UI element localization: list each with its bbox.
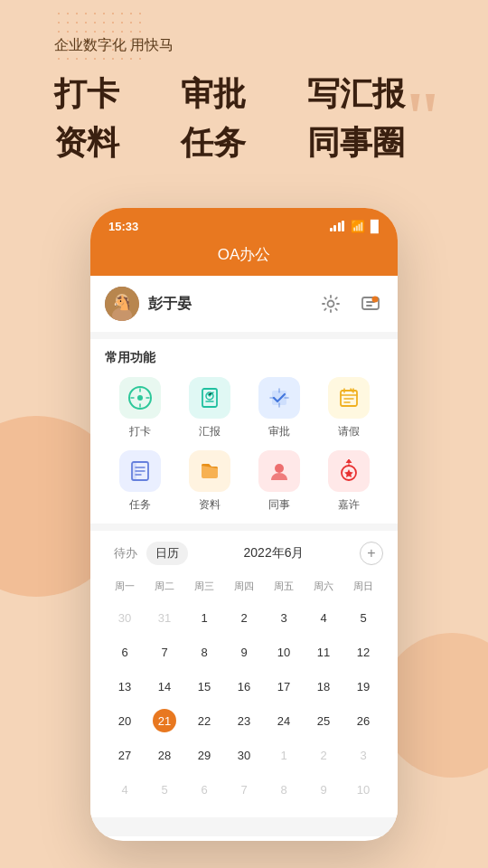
func-tongshi[interactable]: 同事 <box>244 450 314 513</box>
calendar-days: 3031123456789101112131415161718192021222… <box>105 600 383 807</box>
calendar-day-2[interactable]: 1 <box>184 600 224 635</box>
calendar-day-27[interactable]: 26 <box>343 703 383 738</box>
hero-item-4: 任务 <box>181 120 307 165</box>
calendar-day-39[interactable]: 8 <box>264 772 304 807</box>
calendar-day-17[interactable]: 16 <box>224 669 264 703</box>
calendar-day-16[interactable]: 15 <box>184 669 224 703</box>
calendar-day-33[interactable]: 2 <box>304 738 343 772</box>
functions-section: 常用功能 打卡 <box>90 339 398 524</box>
calendar-day-24[interactable]: 23 <box>224 703 264 738</box>
ziliao-icon <box>189 450 230 492</box>
calendar-day-4[interactable]: 3 <box>264 600 304 635</box>
weekday-mon: 周一 <box>105 576 145 597</box>
svg-point-6 <box>372 297 379 303</box>
message-icon[interactable] <box>358 291 383 316</box>
func-qingjia[interactable]: 请假 <box>314 377 383 439</box>
calendar-day-7[interactable]: 6 <box>105 635 145 669</box>
calendar-day-26[interactable]: 25 <box>304 703 343 738</box>
weekday-wed: 周三 <box>184 576 224 597</box>
calendar-day-8[interactable]: 7 <box>145 635 184 669</box>
nav-title: OA办公 <box>218 246 271 263</box>
calendar-day-14[interactable]: 13 <box>105 669 145 703</box>
calendar-day-6[interactable]: 5 <box>343 600 383 635</box>
weekday-tue: 周二 <box>145 576 184 597</box>
calendar-day-1[interactable]: 31 <box>145 600 184 635</box>
weekday-sun: 周日 <box>343 576 383 597</box>
status-time: 15:33 <box>108 220 138 233</box>
huibao-icon <box>189 377 230 419</box>
calendar-day-5[interactable]: 4 <box>304 600 343 635</box>
func-renwu[interactable]: 任务 <box>105 450 174 513</box>
calendar-day-3[interactable]: 2 <box>224 600 264 635</box>
calendar-day-18[interactable]: 17 <box>264 669 304 703</box>
calendar-day-20[interactable]: 19 <box>343 669 383 703</box>
svg-rect-9 <box>202 389 217 407</box>
calendar-day-0[interactable]: 30 <box>105 600 145 635</box>
calendar-day-38[interactable]: 7 <box>224 772 264 807</box>
tongshi-icon <box>258 450 300 492</box>
renwu-icon <box>119 450 161 492</box>
calendar-day-12[interactable]: 11 <box>304 635 343 669</box>
svg-rect-14 <box>132 462 136 480</box>
wifi-icon: 📶 <box>351 220 365 233</box>
calendar-day-41[interactable]: 10 <box>343 772 383 807</box>
hero-section: 企业数字化 用快马 打卡 审批 写汇报 资料 任务 同事圈 <box>0 0 488 184</box>
calendar-day-34[interactable]: 3 <box>343 738 383 772</box>
calendar-day-31[interactable]: 30 <box>224 738 264 772</box>
phone-mockup: 15:33 📶 ▉ OA办公 <box>90 208 398 841</box>
user-name: 彭于晏 <box>148 295 192 314</box>
calendar-day-40[interactable]: 9 <box>304 772 343 807</box>
calendar-day-37[interactable]: 6 <box>184 772 224 807</box>
calendar-day-22[interactable]: 21 <box>145 703 184 738</box>
svg-point-8 <box>137 395 143 401</box>
weekday-sat: 周六 <box>304 576 343 597</box>
calendar-day-11[interactable]: 10 <box>264 635 304 669</box>
calendar-day-23[interactable]: 22 <box>184 703 224 738</box>
svg-point-15 <box>275 464 284 473</box>
calendar-day-28[interactable]: 27 <box>105 738 145 772</box>
jiaxu-label: 嘉许 <box>338 497 360 513</box>
calendar-day-35[interactable]: 4 <box>105 772 145 807</box>
shenpi-icon <box>258 377 300 419</box>
avatar: 🐴 <box>105 287 139 321</box>
calendar-month: 2022年6月 <box>188 545 360 561</box>
calendar-day-19[interactable]: 18 <box>304 669 343 703</box>
battery-icon: ▉ <box>371 220 380 233</box>
weekday-fri: 周五 <box>264 576 304 597</box>
hero-subtitle: 企业数字化 用快马 <box>54 36 434 55</box>
calendar-day-36[interactable]: 5 <box>145 772 184 807</box>
calendar-day-29[interactable]: 28 <box>145 738 184 772</box>
func-jiaxu[interactable]: 嘉许 <box>314 450 383 513</box>
calendar-day-25[interactable]: 24 <box>264 703 304 738</box>
calendar-day-21[interactable]: 20 <box>105 703 145 738</box>
user-info: 🐴 彭于晏 <box>105 287 192 321</box>
calendar-day-30[interactable]: 29 <box>184 738 224 772</box>
signal-icon <box>330 221 345 231</box>
add-event-button[interactable]: + <box>360 542 383 565</box>
hero-item-1: 审批 <box>181 71 307 117</box>
tab-daiban[interactable]: 待办 <box>105 542 146 565</box>
tab-calendar[interactable]: 日历 <box>146 542 188 565</box>
calendar-day-15[interactable]: 14 <box>145 669 184 703</box>
daka-label: 打卡 <box>129 424 151 439</box>
top-nav: OA办公 <box>90 237 398 276</box>
calendar-day-32[interactable]: 1 <box>264 738 304 772</box>
functions-title: 常用功能 <box>105 350 383 366</box>
func-ziliao[interactable]: 资料 <box>174 450 244 513</box>
user-header: 🐴 彭于晏 <box>90 276 398 332</box>
calendar-day-9[interactable]: 8 <box>184 635 224 669</box>
shenpi-label: 审批 <box>268 424 290 439</box>
calendar-day-13[interactable]: 12 <box>343 635 383 669</box>
calendar-day-10[interactable]: 9 <box>224 635 264 669</box>
func-daka[interactable]: 打卡 <box>105 377 174 439</box>
hero-item-0: 打卡 <box>54 71 181 117</box>
functions-grid: 打卡 汇报 <box>105 377 383 513</box>
user-action-icons <box>318 291 383 316</box>
settings-icon[interactable] <box>318 291 343 316</box>
hero-item-2: 写汇报 <box>307 71 434 117</box>
renwu-label: 任务 <box>129 497 151 513</box>
func-shenpi[interactable]: 审批 <box>244 377 314 439</box>
hero-grid: 打卡 审批 写汇报 资料 任务 同事圈 <box>54 71 434 166</box>
func-huibao[interactable]: 汇报 <box>174 377 244 439</box>
hero-item-5: 同事圈 <box>307 120 434 165</box>
